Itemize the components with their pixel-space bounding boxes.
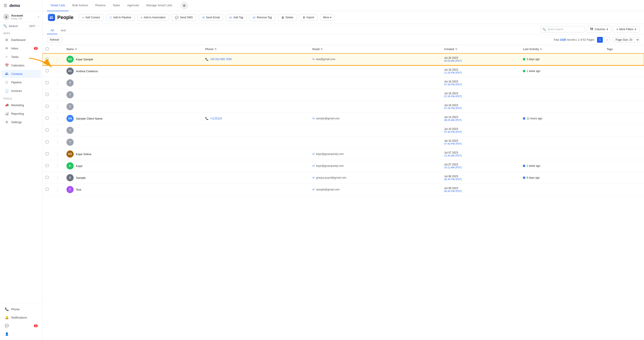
delete-button[interactable]: 🗑 Delete <box>278 14 297 21</box>
nav-restore[interactable]: Restore <box>92 0 109 11</box>
row-checkbox[interactable] <box>46 164 48 167</box>
add-tag-button[interactable]: 🏷 Add Tag <box>226 14 246 21</box>
table-row[interactable]: ⋮ ? Jul 16 2023 07:30 PM (PDT) <box>42 77 644 89</box>
row-actions-menu[interactable]: ⋮ <box>55 116 60 121</box>
table-row[interactable]: ⋮ S Sample ✉grasya.puyot@gmail.com Jul 0… <box>42 172 644 184</box>
add-automation-button[interactable]: ≡ Add to Automation <box>138 14 169 21</box>
table-row[interactable]: ⋮ AC Andrea Canteros Jul 16 2023 11:26 P… <box>42 65 644 77</box>
row-checkbox[interactable] <box>46 140 48 143</box>
sidebar-item-reporting[interactable]: 📊 Reporting <box>1 109 41 118</box>
row-checkbox-cell <box>42 160 52 172</box>
sidebar-item-inbox[interactable]: ✉ Inbox 2 <box>1 44 41 52</box>
row-checkbox[interactable] <box>46 93 48 96</box>
remove-tag-button[interactable]: 🏷 Remove Tag <box>249 14 275 21</box>
sidebar-item-invoices[interactable]: 🧾 Invoices <box>1 87 41 95</box>
columns-icon <box>590 27 593 31</box>
row-checkbox[interactable] <box>46 69 48 72</box>
send-email-button[interactable]: ✉ Send Email <box>199 14 223 21</box>
row-checkbox[interactable] <box>46 176 48 179</box>
sidebar-item-chat[interactable]: 💬 1 <box>1 322 41 330</box>
add-pipeline-button[interactable]: ⬡ Add to Pipeline <box>106 14 135 21</box>
activity-dot <box>523 58 525 60</box>
row-actions-menu[interactable]: ⋮ <box>55 187 60 192</box>
import-button[interactable]: ⬆ Import <box>300 14 318 21</box>
columns-button[interactable]: Columns ▾ <box>587 26 611 33</box>
last-activity-col-header[interactable]: Last Activity ⇅ <box>520 45 604 53</box>
sidebar-item-profile[interactable]: 👤 <box>1 330 41 338</box>
row-actions-menu[interactable]: ⋮ <box>55 69 60 73</box>
nav-manage-smart-lists[interactable]: Manage Smart Lists <box>143 0 176 11</box>
sidebar-item-calendars[interactable]: 📅 Calendars <box>1 61 41 69</box>
hamburger-icon[interactable]: ☰ <box>4 3 7 8</box>
table-row[interactable]: ⋮ ? Jul 10 2023 07:46 PM (PDT) <box>42 124 644 136</box>
sidebar-item-label: Reporting <box>11 112 38 115</box>
send-sms-button[interactable]: 💬 Send SMS <box>172 14 196 21</box>
tab-all[interactable]: All <box>47 27 57 34</box>
table-row[interactable]: ⋮ ? Jul 10 2023 07:43 PM (PDT) <box>42 136 644 148</box>
sidebar-item-dashboard[interactable]: ⊞ Dashboard <box>1 36 41 44</box>
table-row[interactable]: ⋮ K Kaye ✉kaye@goacquirely.com Jul 07 20… <box>42 160 644 172</box>
more-filters-button[interactable]: ≡ More Filters ▾ <box>613 26 640 32</box>
row-email-cell: ✉sample@gmail.com <box>309 113 441 124</box>
sidebar-item-notifications[interactable]: 🔔 Notifications <box>1 314 41 322</box>
table-row[interactable]: ⋮ ? Jul 16 2023 07:26 PM (PDT) <box>42 101 644 113</box>
sidebar-item-phone[interactable]: 📞 Phone <box>1 305 41 313</box>
row-checkbox[interactable] <box>46 152 48 155</box>
tags-col-header[interactable]: Tags <box>604 45 644 53</box>
apps-section-label: Apps <box>0 30 42 35</box>
row-actions-menu[interactable]: ⋮ <box>55 128 60 133</box>
row-checkbox[interactable] <box>46 129 48 131</box>
next-page-button[interactable]: › <box>604 37 610 43</box>
sidebar-item-tasks[interactable]: ✓ Tasks <box>1 53 41 61</box>
sidebar-search[interactable]: 🔍 Search ctrl K ↑ <box>0 22 42 30</box>
nav-settings-button[interactable]: ⚙ <box>180 2 188 9</box>
more-button[interactable]: More ▾ <box>320 14 334 21</box>
row-checkbox[interactable] <box>46 188 48 191</box>
page-1-button[interactable]: 1 <box>597 37 603 43</box>
table-row[interactable]: ⋮ T Test ✉sample@gmail.com Jul 06 2023 0… <box>42 184 644 196</box>
row-actions-menu[interactable]: ⋮ <box>55 140 60 145</box>
table-row[interactable]: ⋮ SN Sample Client Name 📞+1123123 ✉sampl… <box>42 113 644 124</box>
row-checkbox[interactable] <box>46 105 48 108</box>
table-row[interactable]: ⋮ KS Kaye Sample 📞+63 910 965 7035 ✉test… <box>42 53 644 65</box>
name-col-header[interactable]: Name ⇅ <box>63 45 202 53</box>
created-date: Jul 10 2023 <box>444 139 517 142</box>
row-checkbox[interactable] <box>46 81 48 84</box>
sidebar-item-marketing[interactable]: 📣 Marketing <box>1 101 41 109</box>
quick-search-input[interactable] <box>540 26 585 32</box>
row-phone-cell <box>202 160 309 172</box>
nav-tasks[interactable]: Tasks <box>109 0 124 11</box>
row-actions-menu[interactable]: ⋮ <box>55 164 60 168</box>
row-actions-menu[interactable]: ⋮ <box>55 104 60 109</box>
email-col-header[interactable]: Email ⇅ <box>309 45 441 53</box>
row-actions-menu[interactable]: ⋮ <box>55 152 60 156</box>
row-checkbox[interactable] <box>46 57 48 60</box>
row-actions-menu[interactable]: ⋮ <box>55 92 60 97</box>
row-actions-menu[interactable]: ⋮ <box>55 175 60 180</box>
sidebar-item-label: Contacts <box>11 72 38 75</box>
nav-agencies[interactable]: Agencies <box>124 0 143 11</box>
phone-col-header[interactable]: Phone ⇅ <box>202 45 309 53</box>
tab-test[interactable]: test <box>57 27 69 34</box>
select-all-checkbox[interactable] <box>46 47 48 50</box>
row-actions-menu[interactable]: ⋮ <box>55 57 60 62</box>
refresh-button[interactable]: Refresh <box>47 37 62 43</box>
sidebar-item-label: Settings <box>11 120 38 124</box>
row-actions-menu[interactable]: ⋮ <box>55 81 60 85</box>
page-size-select[interactable]: Page Size: 20 Page Size: 50 Page Size: 1… <box>613 37 640 42</box>
sidebar-item-pipeline[interactable]: ⬡ Pipeline <box>1 78 41 86</box>
created-col-header[interactable]: Created ⇅ <box>441 45 520 53</box>
nav-bulk-actions[interactable]: Bulk Actions <box>69 0 92 11</box>
table-row[interactable]: ⋮ ? Jul 16 2023 07:26 PM (PDT) <box>42 89 644 101</box>
sidebar-item-contacts[interactable]: Contacts <box>1 70 41 78</box>
chat-badge: 1 <box>34 324 38 327</box>
account-switcher[interactable]: Account Irvine, CA ▾ <box>0 11 42 22</box>
sidebar-item-settings[interactable]: ⚙ Settings <box>1 118 41 126</box>
row-activity-cell <box>520 136 604 148</box>
created-time: 06:45 PM (PDT) <box>444 178 517 181</box>
sidebar-item-label: Calendars <box>11 64 38 67</box>
table-row[interactable]: ⋮ KS Kaye Soliva ✉kaye@goacquirely.com J… <box>42 148 644 160</box>
add-contact-button[interactable]: + Add Contact <box>79 14 104 21</box>
row-checkbox[interactable] <box>46 117 48 120</box>
nav-smart-lists[interactable]: Smart Lists <box>47 0 69 11</box>
